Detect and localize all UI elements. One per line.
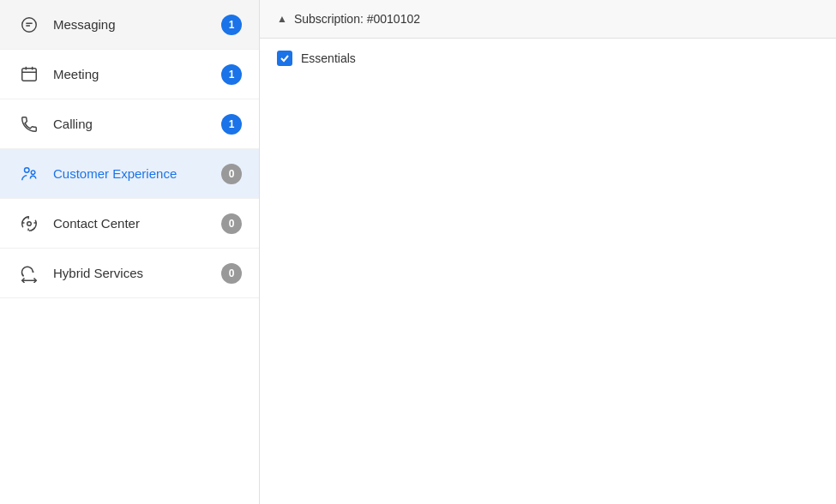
sidebar-item-contact-center[interactable]: Contact Center 0 — [0, 199, 259, 249]
meeting-icon — [17, 65, 41, 84]
chevron-up-icon: ▲ — [277, 13, 287, 25]
sidebar-item-customer-experience-label: Customer Experience — [53, 166, 221, 181]
sidebar-item-contact-center-label: Contact Center — [53, 216, 221, 231]
sidebar: Messaging 1 Meeting 1 Calling 1 — [0, 0, 260, 504]
sidebar-item-calling-label: Calling — [53, 117, 221, 131]
sidebar-item-messaging-label: Messaging — [53, 17, 221, 32]
sidebar-item-hybrid-services-label: Hybrid Services — [53, 266, 221, 280]
essentials-checkbox[interactable] — [277, 51, 292, 66]
svg-point-6 — [31, 170, 35, 174]
customer-experience-icon — [17, 165, 41, 183]
main-content: ▲ Subscription: #0010102 Essentials — [260, 0, 836, 504]
sidebar-item-meeting[interactable]: Meeting 1 — [0, 50, 259, 99]
sidebar-item-messaging[interactable]: Messaging 1 — [0, 0, 259, 50]
sidebar-item-calling-badge: 1 — [221, 114, 242, 135]
sidebar-item-hybrid-services[interactable]: Hybrid Services 0 — [0, 249, 259, 298]
sidebar-item-meeting-badge: 1 — [221, 64, 242, 85]
sidebar-item-messaging-badge: 1 — [221, 15, 242, 35]
subscription-header[interactable]: ▲ Subscription: #0010102 — [260, 0, 836, 39]
subscription-title: Subscription: #0010102 — [294, 12, 420, 26]
svg-rect-1 — [22, 68, 37, 81]
svg-point-5 — [25, 167, 30, 172]
messaging-icon — [17, 15, 41, 34]
calling-icon — [17, 115, 41, 134]
svg-point-7 — [27, 221, 32, 225]
sidebar-item-customer-experience-badge: 0 — [221, 164, 242, 184]
sidebar-item-hybrid-services-badge: 0 — [221, 263, 242, 284]
sidebar-item-contact-center-badge: 0 — [221, 213, 242, 234]
svg-point-0 — [22, 17, 37, 32]
essentials-row: Essentials — [260, 39, 836, 78]
sidebar-item-customer-experience[interactable]: Customer Experience 0 — [0, 149, 259, 199]
sidebar-item-calling[interactable]: Calling 1 — [0, 99, 259, 149]
contact-center-icon — [17, 214, 41, 233]
essentials-label: Essentials — [301, 51, 356, 65]
sidebar-item-meeting-label: Meeting — [53, 67, 221, 81]
hybrid-services-icon — [17, 264, 41, 283]
